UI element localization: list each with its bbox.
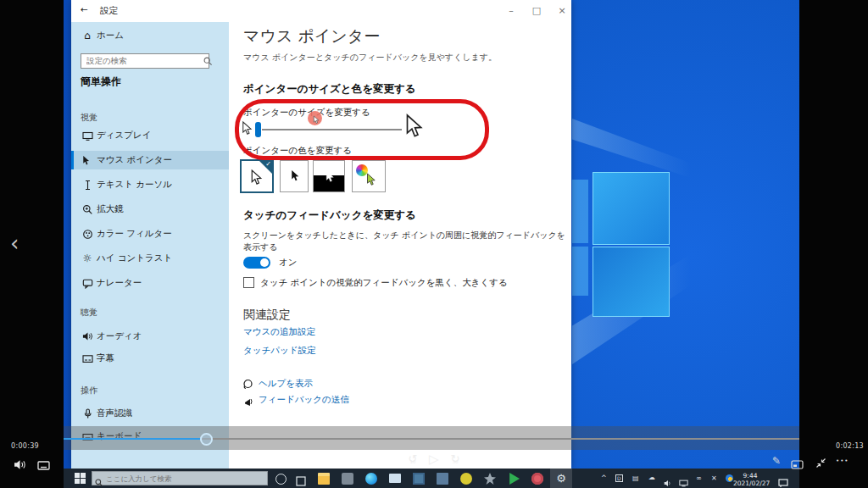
previous-chevron-icon[interactable]: ‹ xyxy=(10,232,19,254)
video-progress-handle[interactable] xyxy=(200,433,213,446)
file-explorer-icon[interactable] xyxy=(318,473,330,485)
sidebar-heading: 簡単操作 xyxy=(81,75,121,89)
tray-d-icon[interactable]: D xyxy=(615,474,623,482)
forward-amount: 30 xyxy=(448,459,462,464)
task-view-icon[interactable] xyxy=(296,474,306,488)
cortana-icon[interactable] xyxy=(275,474,287,485)
start-pane xyxy=(75,479,80,484)
send-feedback-link[interactable]: フィードバックの送信 xyxy=(259,394,349,406)
pointer-color-option-black[interactable] xyxy=(280,160,309,192)
tray-color-dot-icon[interactable] xyxy=(726,474,733,482)
sidebar-item-display[interactable]: ディスプレイ xyxy=(78,126,222,145)
sidebar-group-hearing: 聴覚 xyxy=(81,307,97,319)
tray-close-icon[interactable]: ✕ xyxy=(711,474,717,482)
tray-speaker-icon[interactable] xyxy=(664,474,672,488)
home-icon: ⌂ xyxy=(78,30,97,42)
window-titlebar: ← 設定 – □ × xyxy=(71,0,571,22)
sidebar-item-narrator[interactable]: ナレーター xyxy=(78,274,222,292)
touchpad-settings-link[interactable]: タッチパッド設定 xyxy=(243,345,315,357)
tray-display-icon[interactable] xyxy=(679,474,688,488)
touch-section-heading: タッチのフィードバックを変更する xyxy=(243,208,416,223)
forward-30-button[interactable]: ↻ 30 xyxy=(448,452,462,465)
pointer-color-option-white[interactable]: ✓ xyxy=(240,159,274,193)
note-card-icon[interactable] xyxy=(791,457,804,473)
touch-description-line1: スクリーンをタッチしたときに、タッチ ポイントの周囲に視覚的フィードバックを xyxy=(243,230,565,241)
window-title: 設定 xyxy=(100,5,118,17)
close-button[interactable]: × xyxy=(553,5,571,16)
high-contrast-icon: ☼ xyxy=(78,252,97,264)
wallpaper-light-beam-top xyxy=(572,119,691,178)
related-settings-heading: 関連設定 xyxy=(243,308,291,323)
sidebar-item-captions[interactable]: 字幕 xyxy=(78,349,222,368)
windows-logo-bottom-right-pane xyxy=(593,247,670,317)
windows-logo-left-pane-bottom xyxy=(572,247,588,296)
maximize-button[interactable]: □ xyxy=(527,5,546,16)
taskbar-search-input[interactable] xyxy=(92,471,268,485)
sidebar-item-high-contrast[interactable]: ☼ ハイ コントラスト xyxy=(78,249,222,268)
app-icon-recorder[interactable] xyxy=(531,473,543,485)
windows-logo-top-right-pane xyxy=(593,172,670,245)
pointer-color-option-inverted[interactable] xyxy=(313,160,345,192)
touch-checkbox-label: タッチ ポイントの視覚的フィードバックを黒く、大きくする xyxy=(260,277,508,289)
sidebar-item-audio[interactable]: オーディオ xyxy=(78,327,222,346)
sidebar-item-label: マウス ポインター xyxy=(97,154,172,166)
volume-icon[interactable] xyxy=(14,458,26,474)
subtitle-display-icon[interactable] xyxy=(37,458,50,474)
check-icon: ✓ xyxy=(265,160,271,168)
tray-folder-icon[interactable]: ▤ xyxy=(632,474,639,482)
edge-icon[interactable] xyxy=(365,473,377,485)
touch-feedback-toggle[interactable] xyxy=(243,257,270,269)
taskbar-clock[interactable]: 9:44 2021/02/27 xyxy=(733,472,767,488)
cursor-white-glyph xyxy=(248,169,263,186)
color-filter-icon xyxy=(78,229,97,240)
pencil-icon[interactable]: ✎ xyxy=(772,455,781,467)
sidebar-item-text-cursor[interactable]: テキスト カーソル xyxy=(78,175,222,194)
sidebar-group-vision: 視覚 xyxy=(81,112,97,124)
additional-mouse-settings-link[interactable]: マウスの追加設定 xyxy=(243,326,315,338)
sidebar-item-color-filter[interactable]: カラー フィルター xyxy=(78,225,222,243)
start-pane xyxy=(75,473,80,478)
app-icon-gray[interactable] xyxy=(484,473,496,485)
windows-logo-left-pane-top xyxy=(572,180,588,243)
settings-app-icon[interactable]: ⚙ xyxy=(550,469,572,488)
store-icon[interactable] xyxy=(342,473,353,485)
start-button[interactable] xyxy=(75,473,86,484)
sidebar-item-mouse-pointer[interactable]: マウス ポインター xyxy=(71,151,229,169)
touch-feedback-checkbox[interactable] xyxy=(243,277,254,288)
sidebar-item-magnifier[interactable]: 拡大鏡 xyxy=(78,200,222,219)
search-icon xyxy=(203,53,213,69)
toggle-state-label: オン xyxy=(279,257,298,269)
app-icon-book[interactable] xyxy=(437,473,448,485)
sidebar-item-home[interactable]: ⌂ ホーム xyxy=(78,26,222,45)
display-icon xyxy=(78,130,97,141)
play-button[interactable]: ▷ xyxy=(429,452,439,467)
back-icon[interactable]: ← xyxy=(81,4,88,14)
settings-search-input[interactable] xyxy=(81,53,209,69)
sidebar-item-label: ナレーター xyxy=(97,277,142,289)
sidebar-group-interaction: 操作 xyxy=(81,385,97,396)
touch-description-line2: 表示する xyxy=(243,241,277,253)
rewind-10-button[interactable]: ↺ 10 xyxy=(406,452,420,465)
sidebar-item-speech[interactable]: 音声認識 xyxy=(78,404,222,423)
pointer-color-option-custom[interactable] xyxy=(352,160,386,192)
tray-cloud-icon[interactable]: ☁ xyxy=(648,474,655,481)
more-options-icon[interactable]: ••• xyxy=(836,458,849,464)
tray-chevron-icon[interactable]: ^ xyxy=(601,474,607,482)
minimize-button[interactable]: – xyxy=(502,5,520,16)
shrink-icon[interactable] xyxy=(815,456,826,472)
sidebar-item-label: テキスト カーソル xyxy=(97,179,172,191)
narrator-icon xyxy=(78,278,97,289)
settings-sidebar: ⌂ ホーム 簡単操作 視覚 ディスプレイ マウス ポインター xyxy=(71,22,229,469)
help-icon xyxy=(242,377,253,393)
tray-link-icon[interactable]: ∞ xyxy=(696,474,702,482)
mail-icon[interactable] xyxy=(389,474,401,483)
action-center-icon[interactable] xyxy=(778,474,788,488)
show-help-link[interactable]: ヘルプを表示 xyxy=(259,378,313,390)
sidebar-item-label: 字幕 xyxy=(97,352,114,364)
photos-icon[interactable] xyxy=(413,473,425,485)
start-pane xyxy=(81,479,86,484)
app-icon-yellow[interactable] xyxy=(460,473,472,485)
app-icon-green[interactable] xyxy=(508,473,520,485)
clock-date: 2021/02/27 xyxy=(733,480,767,487)
sidebar-item-label: オーディオ xyxy=(97,330,142,342)
